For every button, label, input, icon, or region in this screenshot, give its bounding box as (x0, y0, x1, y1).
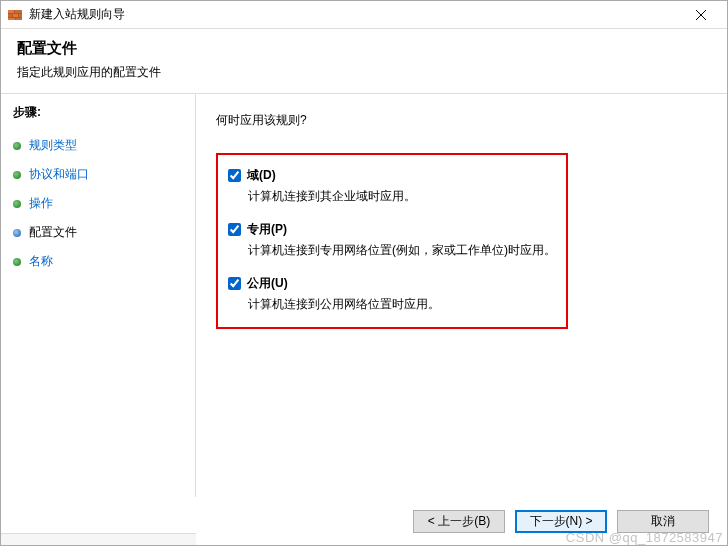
svg-rect-5 (19, 14, 22, 17)
step-label: 操作 (29, 195, 53, 212)
step-action[interactable]: 操作 (7, 189, 189, 218)
option-desc: 计算机连接到其企业域时应用。 (248, 188, 556, 205)
option-title: 公用(U) (247, 275, 288, 292)
wizard-header: 配置文件 指定此规则应用的配置文件 (1, 29, 727, 94)
option-public-checkbox[interactable] (228, 277, 241, 290)
option-public: 公用(U) 计算机连接到公用网络位置时应用。 (228, 275, 556, 313)
wizard-body: 步骤: 规则类型 协议和端口 操作 配置文件 名称 何 (1, 94, 727, 497)
question-text: 何时应用该规则? (216, 112, 707, 129)
step-protocol-ports[interactable]: 协议和端口 (7, 160, 189, 189)
step-bullet-icon (13, 171, 21, 179)
firewall-icon (7, 7, 23, 23)
wizard-window: 新建入站规则向导 配置文件 指定此规则应用的配置文件 步骤: 规则类型 协议和端… (0, 0, 728, 546)
window-title: 新建入站规则向导 (29, 6, 681, 23)
svg-rect-6 (8, 18, 15, 20)
step-name[interactable]: 名称 (7, 247, 189, 276)
option-domain: 域(D) 计算机连接到其企业域时应用。 (228, 167, 556, 205)
svg-rect-7 (16, 18, 22, 20)
step-profile[interactable]: 配置文件 (7, 218, 189, 247)
cancel-button[interactable]: 取消 (617, 510, 709, 533)
option-domain-checkbox[interactable] (228, 169, 241, 182)
svg-rect-1 (8, 10, 14, 13)
step-label: 配置文件 (29, 224, 77, 241)
step-label: 协议和端口 (29, 166, 89, 183)
step-label: 规则类型 (29, 137, 77, 154)
option-desc: 计算机连接到公用网络位置时应用。 (248, 296, 556, 313)
step-label: 名称 (29, 253, 53, 270)
back-button[interactable]: < 上一步(B) (413, 510, 505, 533)
step-bullet-icon (13, 142, 21, 150)
svg-rect-3 (8, 14, 12, 17)
steps-title: 步骤: (7, 104, 189, 121)
page-title: 配置文件 (17, 39, 711, 58)
option-desc: 计算机连接到专用网络位置(例如，家或工作单位)时应用。 (248, 242, 556, 259)
content-area: 何时应用该规则? 域(D) 计算机连接到其企业域时应用。 专用(P) 计算机连接… (196, 94, 727, 497)
option-private-label[interactable]: 专用(P) (228, 221, 287, 238)
option-title: 域(D) (247, 167, 276, 184)
steps-sidebar: 步骤: 规则类型 协议和端口 操作 配置文件 名称 (1, 94, 196, 497)
option-title: 专用(P) (247, 221, 287, 238)
titlebar: 新建入站规则向导 (1, 1, 727, 29)
step-rule-type[interactable]: 规则类型 (7, 131, 189, 160)
option-private: 专用(P) 计算机连接到专用网络位置(例如，家或工作单位)时应用。 (228, 221, 556, 259)
step-bullet-icon (13, 200, 21, 208)
close-button[interactable] (681, 1, 721, 28)
step-bullet-icon (13, 258, 21, 266)
svg-rect-2 (15, 10, 22, 13)
page-subtitle: 指定此规则应用的配置文件 (17, 64, 711, 81)
step-bullet-icon (13, 229, 21, 237)
wizard-footer: < 上一步(B) 下一步(N) > 取消 (1, 497, 727, 545)
option-public-label[interactable]: 公用(U) (228, 275, 288, 292)
svg-rect-4 (13, 14, 18, 17)
option-private-checkbox[interactable] (228, 223, 241, 236)
options-highlight-box: 域(D) 计算机连接到其企业域时应用。 专用(P) 计算机连接到专用网络位置(例… (216, 153, 568, 329)
next-button[interactable]: 下一步(N) > (515, 510, 607, 533)
option-domain-label[interactable]: 域(D) (228, 167, 276, 184)
